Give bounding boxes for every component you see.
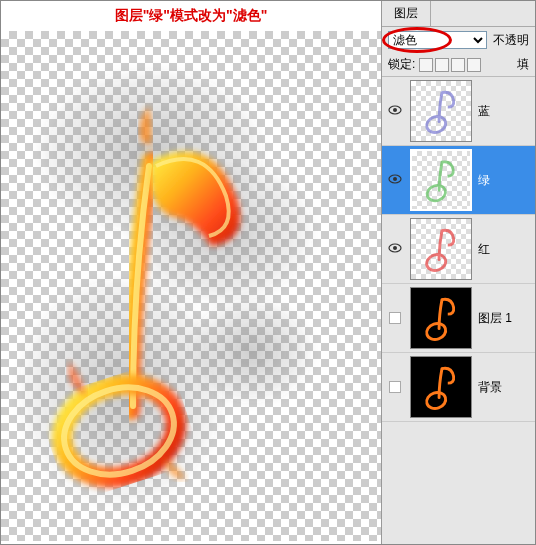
layer-thumbnail[interactable] bbox=[410, 80, 472, 142]
layer-row[interactable]: 图层 1 bbox=[382, 284, 535, 353]
layer-name[interactable]: 绿 bbox=[478, 172, 531, 189]
svg-point-11 bbox=[425, 183, 447, 203]
layer-thumbnail[interactable] bbox=[410, 218, 472, 280]
transparency-checker bbox=[1, 31, 381, 541]
svg-point-13 bbox=[393, 246, 397, 250]
layers-panel: 图层 滤色 不透明 锁定: 填 蓝绿红图层 1背景 bbox=[381, 1, 535, 544]
layer-name[interactable]: 蓝 bbox=[478, 103, 531, 120]
layer-name[interactable]: 红 bbox=[478, 241, 531, 258]
fill-label: 填 bbox=[517, 56, 529, 73]
visibility-toggle[interactable] bbox=[386, 173, 404, 187]
visibility-toggle[interactable] bbox=[386, 104, 404, 118]
canvas[interactable] bbox=[1, 31, 381, 541]
instruction-text: 图层"绿"模式改为"滤色" bbox=[1, 1, 381, 31]
layer-thumbnail[interactable] bbox=[410, 287, 472, 349]
layer-row[interactable]: 蓝 bbox=[382, 77, 535, 146]
layers-list: 蓝绿红图层 1背景 bbox=[382, 77, 535, 544]
panel-tab-layers[interactable]: 图层 bbox=[382, 1, 431, 26]
layer-thumbnail[interactable] bbox=[410, 149, 472, 211]
layer-thumbnail[interactable] bbox=[410, 356, 472, 418]
layer-name[interactable]: 背景 bbox=[478, 379, 531, 396]
eye-icon bbox=[388, 104, 402, 118]
svg-point-10 bbox=[393, 177, 397, 181]
lock-label: 锁定: bbox=[388, 56, 415, 73]
svg-point-14 bbox=[425, 252, 448, 273]
visibility-empty bbox=[389, 381, 401, 393]
visibility-empty bbox=[389, 312, 401, 324]
layer-name[interactable]: 图层 1 bbox=[478, 310, 531, 327]
visibility-toggle[interactable] bbox=[386, 312, 404, 324]
svg-point-15 bbox=[425, 321, 448, 342]
lock-position-icon[interactable] bbox=[451, 58, 465, 72]
eye-icon bbox=[388, 173, 402, 187]
eye-icon bbox=[388, 242, 402, 256]
layer-row[interactable]: 背景 bbox=[382, 353, 535, 422]
svg-point-7 bbox=[393, 108, 397, 112]
layer-row[interactable]: 红 bbox=[382, 215, 535, 284]
lock-pixels-icon[interactable] bbox=[435, 58, 449, 72]
lock-all-icon[interactable] bbox=[467, 58, 481, 72]
opacity-label: 不透明 bbox=[493, 32, 529, 49]
svg-point-16 bbox=[425, 390, 448, 411]
visibility-toggle[interactable] bbox=[386, 381, 404, 393]
layer-row[interactable]: 绿 bbox=[382, 146, 535, 215]
svg-point-8 bbox=[425, 114, 448, 135]
lock-transparency-icon[interactable] bbox=[419, 58, 433, 72]
blend-mode-select[interactable]: 滤色 bbox=[388, 31, 487, 49]
visibility-toggle[interactable] bbox=[386, 242, 404, 256]
